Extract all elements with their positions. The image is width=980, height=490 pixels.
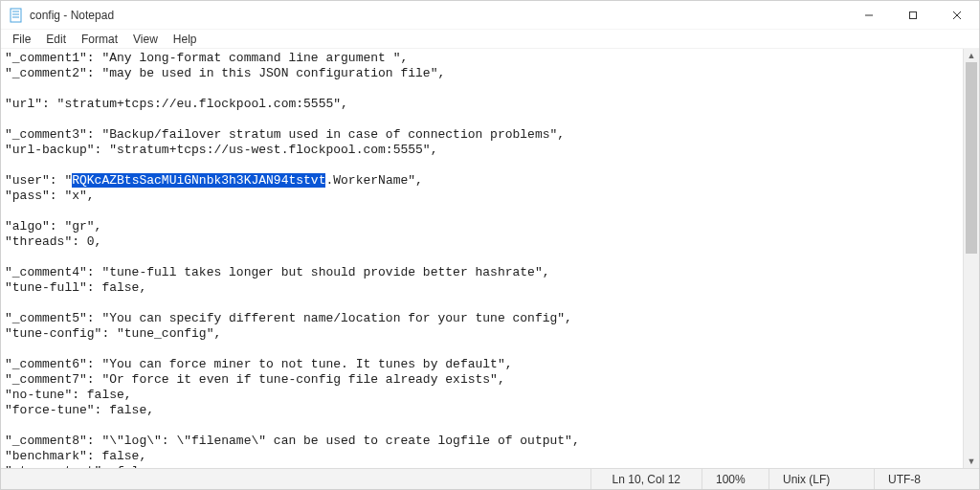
window-controls — [847, 1, 979, 29]
editor-line: "benchmark": false, — [5, 449, 959, 464]
scroll-down-arrow[interactable]: ▼ — [964, 455, 979, 468]
editor-line — [5, 158, 959, 173]
minimize-button[interactable] — [847, 1, 891, 29]
svg-rect-5 — [910, 11, 917, 18]
editor-line — [5, 342, 959, 357]
status-cursor-position: Ln 10, Col 12 — [590, 469, 702, 489]
editor-line: "_comment4": "tune-full takes longer but… — [5, 265, 959, 280]
status-zoom: 100% — [702, 469, 768, 489]
menu-format[interactable]: Format — [74, 31, 125, 48]
editor-line: "pass": "x", — [5, 189, 959, 204]
status-bar: Ln 10, Col 12 100% Unix (LF) UTF-8 — [1, 468, 979, 489]
menu-edit[interactable]: Edit — [38, 31, 74, 48]
editor-line: "url": "stratum+tcps://eu.flockpool.com:… — [5, 97, 959, 112]
editor-line: "algo": "gr", — [5, 219, 959, 234]
window-title: config - Notepad — [30, 9, 114, 22]
editor-line — [5, 250, 959, 265]
editor-line — [5, 296, 959, 311]
menu-view[interactable]: View — [125, 31, 166, 48]
editor-line — [5, 204, 959, 219]
menu-file[interactable]: File — [5, 31, 38, 48]
editor-line — [5, 418, 959, 434]
status-line-ending: Unix (LF) — [768, 469, 874, 489]
text-selection: RQKcAZBtsSacMUiGNnbk3h3KJAN94tstvt — [72, 173, 325, 188]
scroll-up-arrow[interactable]: ▲ — [964, 49, 979, 62]
menu-bar: File Edit Format View Help — [1, 30, 979, 49]
status-encoding: UTF-8 — [874, 469, 979, 489]
notepad-icon — [9, 8, 24, 23]
close-button[interactable] — [935, 1, 979, 29]
editor-line — [5, 81, 959, 97]
editor-line: "no-tune": false, — [5, 388, 959, 403]
editor-line: "_comment1": "Any long-format command li… — [5, 51, 959, 66]
menu-help[interactable]: Help — [166, 31, 205, 48]
editor-line: "threads": 0, — [5, 234, 959, 250]
svg-rect-0 — [11, 9, 21, 22]
text-editor[interactable]: "_comment1": "Any long-format command li… — [1, 49, 963, 468]
editor-line: "url-backup": "stratum+tcps://us-west.fl… — [5, 143, 959, 158]
editor-line: "_comment3": "Backup/failover stratum us… — [5, 127, 959, 143]
editor-line: "tune-full": false, — [5, 280, 959, 296]
editor-line: "_comment6": "You can force miner to not… — [5, 357, 959, 372]
editor-line: "user": "RQKcAZBtsSacMUiGNnbk3h3KJAN94ts… — [5, 173, 959, 189]
editor-line: "_comment8": "\"log\": \"filename\" can … — [5, 434, 959, 449]
editor-line: "tune-config": "tune_config", — [5, 326, 959, 342]
editor-line: "force-tune": false, — [5, 403, 959, 418]
editor-line: "_comment2": "may be used in this JSON c… — [5, 66, 959, 81]
editor-line: "stress-test": false, — [5, 464, 959, 468]
scrollbar-thumb[interactable] — [966, 62, 977, 254]
editor-line — [5, 112, 959, 127]
editor-line: "_comment7": "Or force it even if tune-c… — [5, 372, 959, 388]
title-bar: config - Notepad — [1, 1, 979, 30]
editor-container: "_comment1": "Any long-format command li… — [1, 49, 979, 468]
maximize-button[interactable] — [891, 1, 935, 29]
vertical-scrollbar[interactable]: ▲ ▼ — [963, 49, 979, 468]
editor-line: "_comment5": "You can specify different … — [5, 311, 959, 326]
